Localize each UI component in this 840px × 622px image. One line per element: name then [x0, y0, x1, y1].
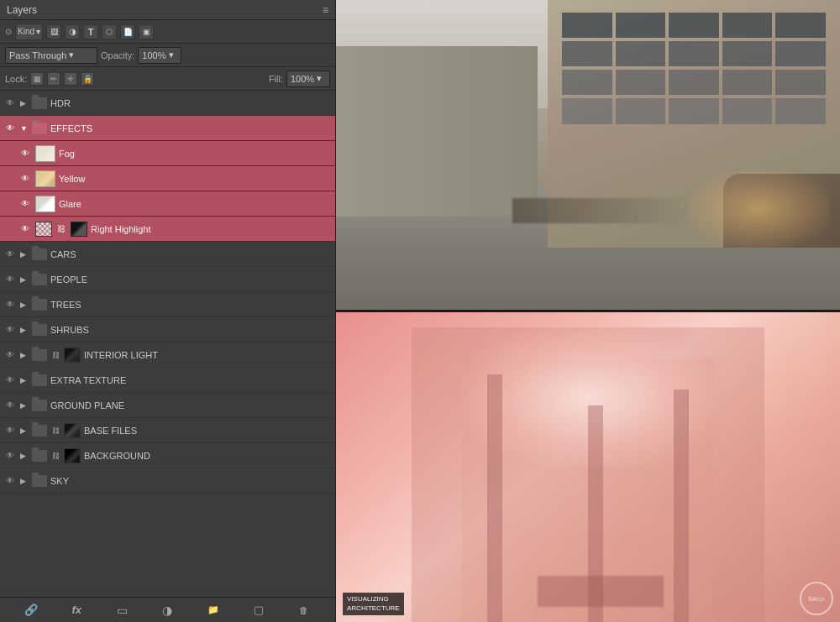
chain-interior[interactable]: ⛓	[50, 350, 60, 360]
expand-sky[interactable]: ▶	[20, 477, 29, 485]
visibility-sky[interactable]: 👁	[3, 474, 17, 488]
icon-image[interactable]: 🖼	[46, 24, 61, 39]
icon-shape[interactable]: ⬡	[102, 24, 117, 39]
visibility-cars[interactable]: 👁	[3, 248, 17, 261]
visibility-people[interactable]: 👁	[3, 273, 17, 286]
lock-all[interactable]: 🔒	[81, 72, 94, 86]
layer-name-rh: Right Highlight	[91, 224, 332, 234]
opacity-input[interactable]: 100% ▾	[138, 47, 181, 64]
filter-icon: ⊙	[5, 27, 12, 36]
expand-trees[interactable]: ▶	[20, 301, 29, 309]
win	[616, 98, 665, 123]
bottom-people	[538, 576, 664, 607]
visibility-hdr[interactable]: 👁	[3, 97, 17, 110]
layer-fog[interactable]: 👁 Fog	[0, 141, 335, 166]
layer-right-highlight[interactable]: 👁 ⛓ Right Highlight	[0, 217, 335, 242]
lock-transparency[interactable]: ▩	[30, 72, 44, 86]
thumb-glare	[35, 196, 55, 212]
expand-base[interactable]: ▶	[20, 426, 29, 435]
layer-people[interactable]: 👁 ▶ PEOPLE	[0, 267, 335, 292]
thumb-rh-main	[71, 222, 87, 237]
icon-text[interactable]: T	[83, 24, 98, 39]
layer-base-files[interactable]: 👁 ▶ ⛓ BASE FILES	[0, 418, 335, 443]
win	[775, 70, 825, 95]
layer-name-cars: CARS	[50, 249, 332, 259]
add-style-button[interactable]: fx	[67, 601, 86, 619]
visibility-background[interactable]: 👁	[3, 449, 17, 463]
building-windows	[562, 13, 825, 124]
win	[669, 98, 718, 123]
expand-hdr[interactable]: ▶	[20, 99, 29, 107]
link-layers-button[interactable]: 🔗	[22, 601, 40, 619]
opacity-label: Opacity:	[101, 50, 134, 60]
new-layer-button[interactable]: ▢	[249, 601, 268, 619]
layer-name-interior: INTERIOR LIGHT	[84, 350, 332, 360]
layer-name-extra: EXTRA TEXTURE	[50, 375, 332, 385]
lock-image[interactable]: ✏	[47, 72, 60, 86]
delete-layer-button[interactable]: 🗑	[295, 601, 313, 619]
win	[669, 70, 718, 95]
layer-trees[interactable]: 👁 ▶ TREES	[0, 292, 335, 317]
expand-extra[interactable]: ▶	[20, 376, 29, 384]
layer-hdr[interactable]: 👁 ▶ HDR	[0, 91, 335, 116]
add-mask-button[interactable]: ▭	[113, 601, 131, 619]
chain-background[interactable]: ⛓	[50, 451, 60, 461]
folder-icon-base	[32, 425, 47, 436]
layer-interior-light[interactable]: 👁 ▶ ⛓ INTERIOR LIGHT	[0, 342, 335, 368]
chain-rh[interactable]: ⛓	[56, 224, 66, 234]
layer-cars[interactable]: 👁 ▶ CARS	[0, 242, 335, 267]
folder-icon-interior	[32, 349, 47, 361]
lock-row: Lock: ▩ ✏ ✛ 🔒 Fill: 100% ▾	[0, 67, 335, 91]
layer-background[interactable]: 👁 ▶ ⛓ BACKGROUND	[0, 443, 335, 468]
win	[616, 70, 665, 95]
visibility-yellow[interactable]: 👁	[18, 172, 32, 186]
panel-menu-icon[interactable]: ≡	[323, 4, 328, 16]
folder-icon-effects	[32, 123, 47, 134]
canvas-bottom: VISUALIZING ARCHITECTURE BArch	[336, 310, 840, 622]
icon-smartobj[interactable]: 📄	[120, 24, 135, 39]
fill-input[interactable]: 100% ▾	[286, 71, 330, 87]
watermark-text: VISUALIZING ARCHITECTURE	[343, 593, 404, 615]
add-group-button[interactable]: 📁	[204, 601, 223, 619]
chain-base[interactable]: ⛓	[50, 426, 60, 436]
expand-cars[interactable]: ▶	[20, 250, 29, 259]
blendmode-row: Pass Through ▾ Opacity: 100% ▾	[0, 44, 335, 67]
layer-effects[interactable]: 👁 ▼ EFFECTS	[0, 116, 335, 141]
visibility-ground[interactable]: 👁	[3, 399, 17, 412]
layer-sky[interactable]: 👁 ▶ SKY	[0, 468, 335, 494]
layer-extra-texture[interactable]: 👁 ▶ EXTRA TEXTURE	[0, 368, 335, 393]
layer-name-yellow: Yellow	[59, 174, 332, 184]
thumb-base	[64, 423, 81, 438]
win	[722, 41, 772, 66]
layer-ground-plane[interactable]: 👁 ▶ GROUND PLANE	[0, 393, 335, 418]
icon-pixel[interactable]: ▣	[139, 24, 154, 39]
kind-select[interactable]: Kind ▾	[15, 24, 43, 40]
visibility-base[interactable]: 👁	[3, 424, 17, 437]
lock-position[interactable]: ✛	[64, 72, 77, 86]
expand-ground[interactable]: ▶	[20, 401, 29, 410]
layer-shrubs[interactable]: 👁 ▶ SHRUBS	[0, 317, 335, 342]
expand-interior[interactable]: ▶	[20, 351, 29, 359]
visibility-shrubs[interactable]: 👁	[3, 323, 17, 337]
add-adjustment-button[interactable]: ◑	[158, 601, 176, 619]
visibility-effects[interactable]: 👁	[3, 122, 17, 135]
folder-icon-extra	[32, 374, 47, 386]
column-left	[487, 374, 502, 622]
icon-adjustment[interactable]: ◑	[65, 24, 80, 39]
visibility-extra[interactable]: 👁	[3, 374, 17, 387]
blend-mode-select[interactable]: Pass Through ▾	[5, 47, 97, 64]
visibility-rh[interactable]: 👁	[18, 222, 32, 236]
layer-glare[interactable]: 👁 Glare	[0, 191, 335, 217]
visibility-fog[interactable]: 👁	[18, 147, 32, 160]
expand-background[interactable]: ▶	[20, 452, 29, 460]
expand-effects[interactable]: ▼	[20, 124, 29, 133]
win	[775, 13, 825, 38]
layer-yellow[interactable]: 👁 Yellow	[0, 166, 335, 191]
expand-people[interactable]: ▶	[20, 275, 29, 284]
visibility-glare[interactable]: 👁	[18, 197, 32, 211]
folder-icon-ground	[32, 400, 47, 411]
visibility-trees[interactable]: 👁	[3, 298, 17, 311]
lock-label: Lock:	[5, 74, 27, 84]
visibility-interior[interactable]: 👁	[3, 348, 17, 362]
expand-shrubs[interactable]: ▶	[20, 326, 29, 334]
